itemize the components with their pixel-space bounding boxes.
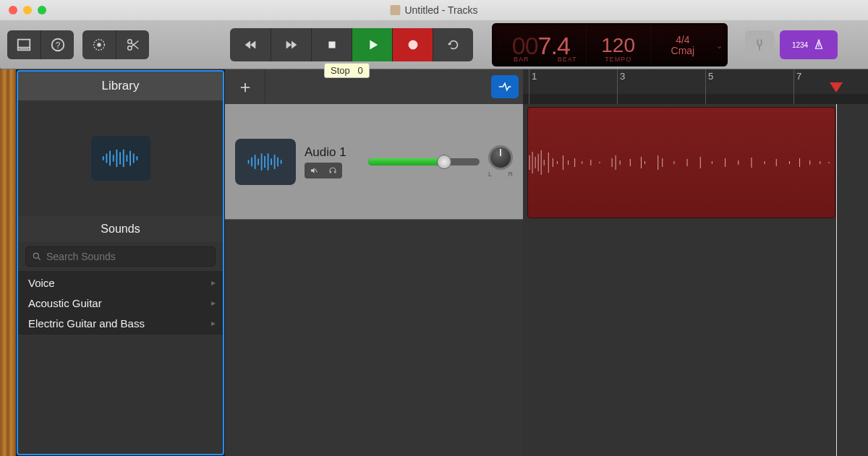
stop-button[interactable]: [311, 28, 352, 61]
category-electric-guitar-bass[interactable]: Electric Guitar and Bass ▸: [18, 313, 223, 333]
rewind-icon: [242, 37, 258, 53]
library-header: Library: [18, 72, 223, 100]
record-icon: [405, 37, 421, 53]
tuner-button[interactable]: [745, 30, 774, 59]
tempo-label: TEMPO: [605, 56, 631, 63]
chevron-right-icon: ▸: [211, 298, 216, 308]
toolbar: ?: [0, 20, 868, 69]
chevron-right-icon: ▸: [211, 318, 216, 328]
left-tool-group-1: ?: [7, 30, 74, 59]
bar-label: BAR: [514, 56, 529, 63]
category-label: Electric Guitar and Bass: [28, 317, 145, 330]
volume-knob[interactable]: [437, 155, 451, 169]
category-label: Acoustic Guitar: [28, 297, 102, 309]
track-headers-column: Audio 1: [225, 104, 523, 456]
record-button[interactable]: [392, 28, 433, 61]
titlebar: Untitled - Tracks: [0, 0, 868, 20]
quick-help-button[interactable]: ?: [41, 30, 74, 59]
scissors-icon: [125, 37, 141, 53]
metronome-icon: [812, 38, 825, 51]
svg-text:?: ?: [55, 40, 60, 51]
ruler-mark: 7: [796, 71, 801, 82]
editors-button[interactable]: [116, 30, 149, 59]
window-title-area: Untitled - Tracks: [390, 4, 477, 16]
forward-icon: [284, 37, 299, 53]
stop-icon: [324, 37, 340, 53]
library-preview-area: [18, 100, 223, 216]
tuning-fork-icon: [752, 38, 767, 52]
timeline-area[interactable]: [523, 104, 868, 456]
catch-playhead-button[interactable]: [491, 75, 519, 98]
library-panel: Library Sounds Voi: [17, 70, 224, 455]
headphones-icon: [328, 166, 337, 175]
patch-thumbnail[interactable]: [91, 136, 150, 181]
audio-region[interactable]: [527, 107, 835, 218]
zoom-window-button[interactable]: [38, 6, 46, 14]
category-label: Voice: [28, 277, 55, 289]
play-button[interactable]: [352, 28, 392, 61]
sounds-header: Sounds: [18, 216, 223, 242]
waveform-icon: [246, 152, 285, 172]
mute-icon: [310, 166, 318, 175]
forward-button[interactable]: [271, 28, 311, 61]
track-icon[interactable]: [235, 139, 296, 185]
volume-slider[interactable]: [368, 158, 480, 165]
search-icon: [32, 251, 42, 262]
ruler-mark: 5: [708, 71, 713, 82]
sounds-search[interactable]: [25, 246, 216, 267]
playhead-line[interactable]: [836, 104, 837, 456]
tooltip-shortcut: 0: [358, 65, 363, 76]
left-tool-group-2: [82, 30, 149, 59]
count-in-label: 1234: [792, 41, 808, 49]
time-signature[interactable]: 4/4: [671, 35, 695, 46]
key-signature[interactable]: Cmaj: [671, 46, 695, 56]
tracks-header-row: ＋ 1 3 5 7: [225, 69, 868, 104]
tempo-value[interactable]: 120: [601, 34, 635, 57]
ruler-mark: 3: [620, 71, 625, 82]
lcd-display[interactable]: 007.4 BAR BEAT 120 TEMPO 4/4 Cmaj ⌄: [492, 23, 728, 66]
cycle-icon: [446, 37, 461, 53]
knob-icon: [91, 37, 107, 53]
help-icon: ?: [50, 37, 66, 53]
timeline-ruler[interactable]: 1 3 5 7: [523, 69, 868, 104]
cycle-button[interactable]: [433, 28, 473, 61]
smart-controls-button[interactable]: [82, 30, 116, 59]
svg-rect-6: [328, 41, 335, 48]
category-voice[interactable]: Voice ▸: [18, 272, 223, 293]
track-name[interactable]: Audio 1: [305, 145, 346, 160]
ruler-cycle-strip[interactable]: [523, 94, 868, 104]
wood-side-panel: [0, 69, 16, 456]
tracks-area: ＋ 1 3 5 7: [225, 69, 868, 456]
waveform-icon: [101, 147, 141, 169]
volume-fill: [368, 158, 440, 165]
window-controls: [0, 6, 46, 14]
chevron-right-icon: ▸: [211, 278, 216, 288]
stop-tooltip: Stop 0: [324, 63, 370, 78]
region-waveform-icon: [528, 148, 835, 177]
category-acoustic-guitar[interactable]: Acoustic Guitar ▸: [18, 293, 223, 313]
tooltip-label: Stop: [331, 65, 350, 76]
lcd-menu-chevron[interactable]: ⌄: [715, 26, 723, 65]
track-header[interactable]: Audio 1: [225, 104, 523, 220]
playhead-marker[interactable]: [830, 82, 843, 93]
document-icon: [390, 5, 400, 15]
library-toggle-button[interactable]: [7, 30, 41, 59]
rewind-button[interactable]: [230, 28, 271, 61]
mute-button[interactable]: [305, 163, 323, 178]
play-icon: [365, 37, 380, 53]
pan-left-label: L: [488, 171, 492, 178]
search-input[interactable]: [46, 251, 209, 262]
transport-controls: [230, 28, 473, 61]
catch-icon: [497, 81, 513, 93]
input-monitor-button[interactable]: [323, 163, 342, 178]
svg-point-7: [408, 40, 417, 50]
pan-knob[interactable]: [488, 145, 513, 170]
svg-point-19: [33, 253, 38, 258]
close-window-button[interactable]: [9, 6, 17, 14]
window-title: Untitled - Tracks: [404, 4, 477, 16]
add-track-button[interactable]: ＋: [225, 69, 265, 104]
svg-line-31: [315, 168, 318, 172]
minimize-window-button[interactable]: [23, 6, 32, 14]
svg-point-3: [97, 43, 101, 47]
count-in-button[interactable]: 1234: [780, 30, 838, 59]
